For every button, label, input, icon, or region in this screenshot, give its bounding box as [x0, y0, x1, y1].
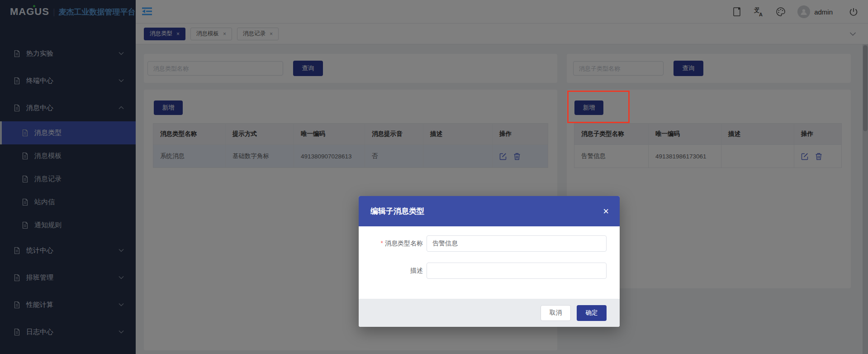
- dialog-body: *消息类型名称 描述: [359, 226, 620, 299]
- cancel-button[interactable]: 取消: [541, 305, 571, 321]
- app-window: MAGUS | 麦杰工业数据管理平台 热力实验 终端中心 消息中心: [0, 0, 868, 354]
- form-row-type-name: *消息类型名称: [359, 235, 620, 252]
- field-label: *消息类型名称: [359, 239, 423, 248]
- edit-subtype-dialog: 编辑子消息类型 × *消息类型名称 描述 取消 确定: [359, 196, 620, 327]
- description-field[interactable]: [427, 263, 607, 279]
- dialog-header: 编辑子消息类型 ×: [359, 196, 620, 226]
- type-name-field[interactable]: [427, 235, 607, 252]
- field-label: 描述: [359, 267, 423, 275]
- required-asterisk: *: [381, 239, 383, 247]
- form-row-description: 描述: [359, 263, 620, 279]
- dialog-footer: 取消 确定: [359, 299, 620, 327]
- dialog-close-icon[interactable]: ×: [603, 206, 609, 216]
- confirm-button[interactable]: 确定: [577, 305, 607, 321]
- dialog-title: 编辑子消息类型: [370, 206, 424, 216]
